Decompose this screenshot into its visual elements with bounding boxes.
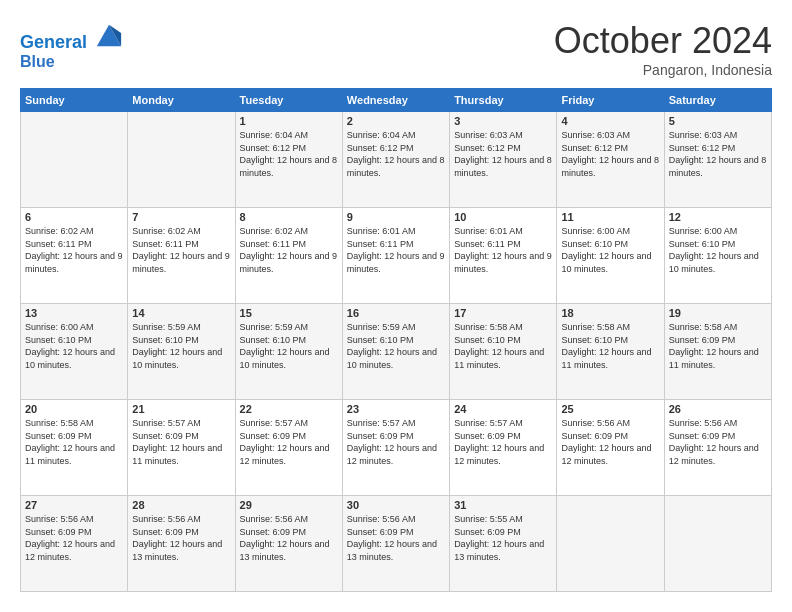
calendar-header-row: SundayMondayTuesdayWednesdayThursdayFrid… [21, 89, 772, 112]
day-number: 3 [454, 115, 552, 127]
day-info: Sunrise: 5:58 AM Sunset: 6:10 PM Dayligh… [454, 321, 552, 371]
calendar-cell: 15Sunrise: 5:59 AM Sunset: 6:10 PM Dayli… [235, 304, 342, 400]
calendar-week-1: 1Sunrise: 6:04 AM Sunset: 6:12 PM Daylig… [21, 112, 772, 208]
day-number: 23 [347, 403, 445, 415]
day-info: Sunrise: 5:58 AM Sunset: 6:09 PM Dayligh… [25, 417, 123, 467]
calendar-cell: 28Sunrise: 5:56 AM Sunset: 6:09 PM Dayli… [128, 496, 235, 592]
calendar-cell: 11Sunrise: 6:00 AM Sunset: 6:10 PM Dayli… [557, 208, 664, 304]
day-number: 13 [25, 307, 123, 319]
day-info: Sunrise: 6:00 AM Sunset: 6:10 PM Dayligh… [669, 225, 767, 275]
day-number: 2 [347, 115, 445, 127]
calendar-week-4: 20Sunrise: 5:58 AM Sunset: 6:09 PM Dayli… [21, 400, 772, 496]
calendar-cell: 3Sunrise: 6:03 AM Sunset: 6:12 PM Daylig… [450, 112, 557, 208]
day-info: Sunrise: 5:59 AM Sunset: 6:10 PM Dayligh… [347, 321, 445, 371]
calendar-cell: 6Sunrise: 6:02 AM Sunset: 6:11 PM Daylig… [21, 208, 128, 304]
day-header-wednesday: Wednesday [342, 89, 449, 112]
day-header-friday: Friday [557, 89, 664, 112]
day-number: 12 [669, 211, 767, 223]
calendar-week-5: 27Sunrise: 5:56 AM Sunset: 6:09 PM Dayli… [21, 496, 772, 592]
day-number: 1 [240, 115, 338, 127]
day-info: Sunrise: 5:58 AM Sunset: 6:10 PM Dayligh… [561, 321, 659, 371]
calendar-cell [21, 112, 128, 208]
day-info: Sunrise: 5:56 AM Sunset: 6:09 PM Dayligh… [240, 513, 338, 563]
day-info: Sunrise: 5:57 AM Sunset: 6:09 PM Dayligh… [132, 417, 230, 467]
logo: General Blue [20, 20, 123, 70]
calendar-cell: 17Sunrise: 5:58 AM Sunset: 6:10 PM Dayli… [450, 304, 557, 400]
calendar-cell: 16Sunrise: 5:59 AM Sunset: 6:10 PM Dayli… [342, 304, 449, 400]
day-info: Sunrise: 6:02 AM Sunset: 6:11 PM Dayligh… [240, 225, 338, 275]
day-number: 14 [132, 307, 230, 319]
day-info: Sunrise: 5:59 AM Sunset: 6:10 PM Dayligh… [240, 321, 338, 371]
calendar-cell: 31Sunrise: 5:55 AM Sunset: 6:09 PM Dayli… [450, 496, 557, 592]
day-number: 9 [347, 211, 445, 223]
day-number: 28 [132, 499, 230, 511]
logo-general: General [20, 32, 87, 52]
calendar-cell: 25Sunrise: 5:56 AM Sunset: 6:09 PM Dayli… [557, 400, 664, 496]
calendar-cell: 18Sunrise: 5:58 AM Sunset: 6:10 PM Dayli… [557, 304, 664, 400]
location: Pangaron, Indonesia [554, 62, 772, 78]
day-header-monday: Monday [128, 89, 235, 112]
day-info: Sunrise: 6:00 AM Sunset: 6:10 PM Dayligh… [561, 225, 659, 275]
day-number: 6 [25, 211, 123, 223]
day-info: Sunrise: 5:57 AM Sunset: 6:09 PM Dayligh… [454, 417, 552, 467]
title-block: October 2024 Pangaron, Indonesia [554, 20, 772, 78]
day-info: Sunrise: 5:57 AM Sunset: 6:09 PM Dayligh… [240, 417, 338, 467]
day-info: Sunrise: 5:56 AM Sunset: 6:09 PM Dayligh… [669, 417, 767, 467]
calendar-cell [664, 496, 771, 592]
day-info: Sunrise: 5:58 AM Sunset: 6:09 PM Dayligh… [669, 321, 767, 371]
day-info: Sunrise: 6:04 AM Sunset: 6:12 PM Dayligh… [347, 129, 445, 179]
month-title: October 2024 [554, 20, 772, 62]
header: General Blue October 2024 Pangaron, Indo… [20, 20, 772, 78]
day-info: Sunrise: 6:03 AM Sunset: 6:12 PM Dayligh… [561, 129, 659, 179]
calendar-cell: 10Sunrise: 6:01 AM Sunset: 6:11 PM Dayli… [450, 208, 557, 304]
day-info: Sunrise: 6:01 AM Sunset: 6:11 PM Dayligh… [454, 225, 552, 275]
day-info: Sunrise: 6:00 AM Sunset: 6:10 PM Dayligh… [25, 321, 123, 371]
logo-text: General [20, 20, 123, 53]
day-number: 27 [25, 499, 123, 511]
calendar-cell: 23Sunrise: 5:57 AM Sunset: 6:09 PM Dayli… [342, 400, 449, 496]
calendar-cell: 8Sunrise: 6:02 AM Sunset: 6:11 PM Daylig… [235, 208, 342, 304]
day-info: Sunrise: 6:02 AM Sunset: 6:11 PM Dayligh… [25, 225, 123, 275]
calendar-cell: 27Sunrise: 5:56 AM Sunset: 6:09 PM Dayli… [21, 496, 128, 592]
day-number: 21 [132, 403, 230, 415]
day-info: Sunrise: 6:04 AM Sunset: 6:12 PM Dayligh… [240, 129, 338, 179]
day-number: 8 [240, 211, 338, 223]
calendar-cell: 7Sunrise: 6:02 AM Sunset: 6:11 PM Daylig… [128, 208, 235, 304]
day-number: 15 [240, 307, 338, 319]
day-number: 26 [669, 403, 767, 415]
logo-blue: Blue [20, 53, 123, 71]
day-info: Sunrise: 5:56 AM Sunset: 6:09 PM Dayligh… [132, 513, 230, 563]
day-header-sunday: Sunday [21, 89, 128, 112]
day-number: 29 [240, 499, 338, 511]
day-header-saturday: Saturday [664, 89, 771, 112]
day-number: 5 [669, 115, 767, 127]
day-info: Sunrise: 5:56 AM Sunset: 6:09 PM Dayligh… [347, 513, 445, 563]
page: General Blue October 2024 Pangaron, Indo… [0, 0, 792, 612]
calendar-cell: 26Sunrise: 5:56 AM Sunset: 6:09 PM Dayli… [664, 400, 771, 496]
day-header-tuesday: Tuesday [235, 89, 342, 112]
calendar-cell: 20Sunrise: 5:58 AM Sunset: 6:09 PM Dayli… [21, 400, 128, 496]
calendar-cell: 1Sunrise: 6:04 AM Sunset: 6:12 PM Daylig… [235, 112, 342, 208]
day-info: Sunrise: 6:03 AM Sunset: 6:12 PM Dayligh… [669, 129, 767, 179]
calendar-cell: 4Sunrise: 6:03 AM Sunset: 6:12 PM Daylig… [557, 112, 664, 208]
calendar-cell: 22Sunrise: 5:57 AM Sunset: 6:09 PM Dayli… [235, 400, 342, 496]
calendar-cell: 14Sunrise: 5:59 AM Sunset: 6:10 PM Dayli… [128, 304, 235, 400]
logo-icon [95, 20, 123, 48]
day-number: 17 [454, 307, 552, 319]
day-header-thursday: Thursday [450, 89, 557, 112]
day-number: 22 [240, 403, 338, 415]
day-number: 4 [561, 115, 659, 127]
day-number: 18 [561, 307, 659, 319]
day-info: Sunrise: 6:01 AM Sunset: 6:11 PM Dayligh… [347, 225, 445, 275]
day-number: 10 [454, 211, 552, 223]
calendar-cell: 30Sunrise: 5:56 AM Sunset: 6:09 PM Dayli… [342, 496, 449, 592]
day-number: 19 [669, 307, 767, 319]
calendar-cell: 29Sunrise: 5:56 AM Sunset: 6:09 PM Dayli… [235, 496, 342, 592]
calendar-cell [557, 496, 664, 592]
day-number: 25 [561, 403, 659, 415]
day-info: Sunrise: 6:03 AM Sunset: 6:12 PM Dayligh… [454, 129, 552, 179]
day-number: 20 [25, 403, 123, 415]
day-info: Sunrise: 5:55 AM Sunset: 6:09 PM Dayligh… [454, 513, 552, 563]
calendar-cell: 12Sunrise: 6:00 AM Sunset: 6:10 PM Dayli… [664, 208, 771, 304]
day-info: Sunrise: 5:56 AM Sunset: 6:09 PM Dayligh… [25, 513, 123, 563]
